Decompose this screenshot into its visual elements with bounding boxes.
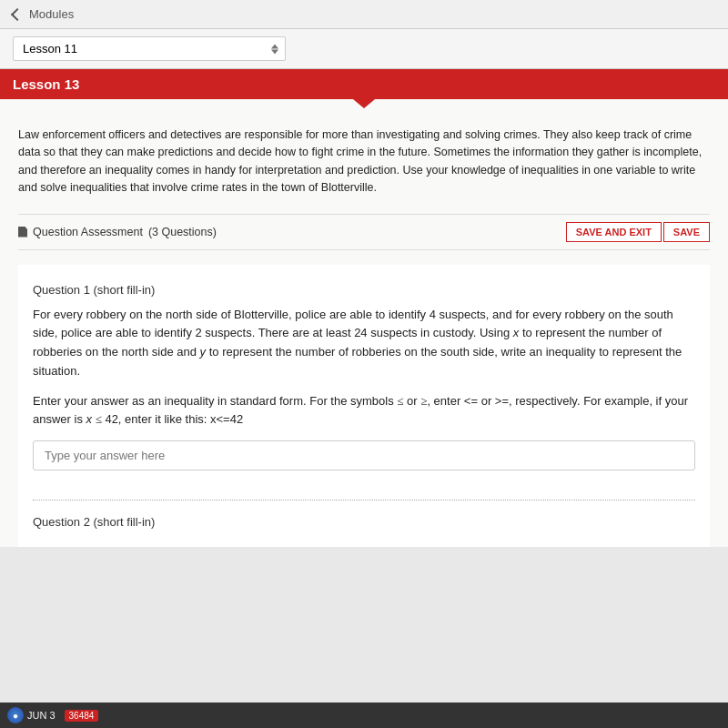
question1-instruction: Enter your answer as an inequality in st… bbox=[33, 392, 695, 430]
back-label: Modules bbox=[29, 7, 74, 21]
question2-heading: Question 2 (short fill-in) bbox=[33, 515, 695, 529]
assessment-buttons-group: SAVE AND EXIT SAVE bbox=[566, 222, 710, 242]
or-text: or bbox=[407, 394, 418, 408]
assessment-label-group: Question Assessment (3 Questions) bbox=[18, 226, 217, 238]
taskbar-number: 36484 bbox=[63, 710, 99, 722]
taskbar-date-label: JUN 3 bbox=[27, 710, 56, 721]
lesson-select-wrapper[interactable]: Lesson 10 Lesson 11 Lesson 12 Lesson 13 bbox=[13, 36, 286, 61]
save-button[interactable]: SAVE bbox=[663, 222, 710, 242]
assessment-icon bbox=[18, 227, 27, 238]
questions-area: Question 1 (short fill-in) For every rob… bbox=[18, 265, 710, 548]
top-bar: Modules bbox=[0, 0, 728, 29]
back-to-modules-button[interactable]: Modules bbox=[13, 7, 74, 21]
question1-answer-input[interactable] bbox=[33, 440, 695, 470]
save-and-exit-button[interactable]: SAVE AND EXIT bbox=[566, 222, 662, 242]
lesson-select[interactable]: Lesson 10 Lesson 11 Lesson 12 Lesson 13 bbox=[13, 36, 286, 61]
assessment-bar: Question Assessment (3 Questions) SAVE A… bbox=[18, 214, 710, 250]
main-content: Law enforcement officers and detectives … bbox=[0, 99, 728, 547]
taskbar-date: ● JUN 3 bbox=[7, 707, 56, 723]
assessment-question-count: (3 Questions) bbox=[148, 226, 217, 238]
assessment-label-text: Question Assessment bbox=[33, 226, 143, 238]
lesson-header: Lesson 13 bbox=[0, 69, 728, 99]
question1-body: For every robbery on the north side of B… bbox=[33, 306, 695, 381]
taskbar: ● JUN 3 36484 bbox=[0, 703, 728, 728]
taskbar-number-badge: 36484 bbox=[65, 710, 99, 722]
chevron-left-icon bbox=[11, 7, 24, 20]
section-divider bbox=[33, 500, 695, 500]
intro-text: Law enforcement officers and detectives … bbox=[18, 117, 710, 197]
taskbar-circle-icon: ● bbox=[7, 707, 24, 723]
lesson-header-title: Lesson 13 bbox=[13, 76, 79, 92]
lesson-selector-row: Lesson 10 Lesson 11 Lesson 12 Lesson 13 bbox=[0, 29, 728, 69]
question1-heading: Question 1 (short fill-in) bbox=[33, 283, 695, 297]
